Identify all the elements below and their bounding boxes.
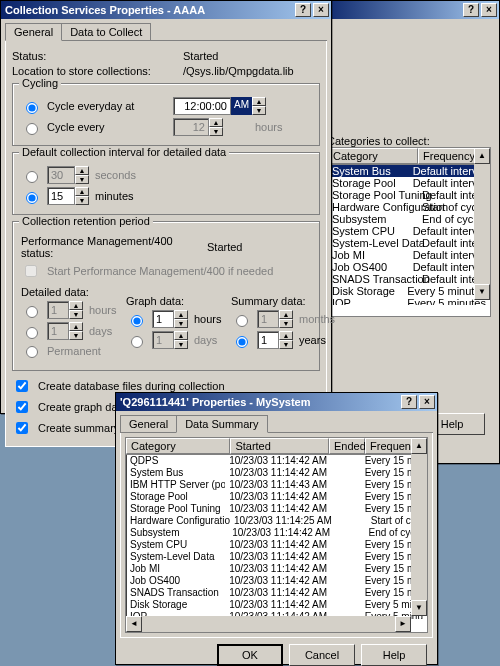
table-row[interactable]: Disk Storage10/23/03 11:14:42 AMEvery 5 … xyxy=(126,599,427,611)
list-item[interactable]: SNADS TransactionDefault interval xyxy=(328,273,490,285)
spin-up-icon[interactable]: ▲ xyxy=(75,166,89,175)
table-row[interactable]: QDPS10/23/03 11:14:42 AMEvery 15 min xyxy=(126,455,427,467)
spin-down-icon[interactable]: ▼ xyxy=(279,319,293,328)
list-item[interactable]: Job OS400Default interval xyxy=(328,261,490,273)
spin-down-icon[interactable]: ▼ xyxy=(279,340,293,349)
help-button[interactable]: Help xyxy=(361,644,427,666)
spin-up-icon[interactable]: ▲ xyxy=(209,118,223,127)
table-row[interactable]: System CPU10/23/03 11:14:42 AMEvery 15 m… xyxy=(126,539,427,551)
spin-up-icon[interactable]: ▲ xyxy=(69,301,83,310)
spin-down-icon[interactable]: ▼ xyxy=(174,319,188,328)
list-item[interactable]: System CPUDefault interval xyxy=(328,225,490,237)
table-row[interactable]: Subsystem10/23/03 11:14:42 AMEnd of cycl… xyxy=(126,527,427,539)
spin-up-icon[interactable]: ▲ xyxy=(69,322,83,331)
list-item[interactable]: System-Level DataDefault interval xyxy=(328,237,490,249)
spin-up-icon[interactable]: ▲ xyxy=(174,331,188,340)
table-row[interactable]: Job MI10/23/03 11:14:42 AMEvery 15 min xyxy=(126,563,427,575)
table-row[interactable]: SNADS Transaction10/23/03 11:14:42 AMEve… xyxy=(126,587,427,599)
scrollbar-vertical[interactable]: ▲ ▼ xyxy=(474,148,490,300)
tab-general[interactable]: General xyxy=(120,415,177,432)
list-item[interactable]: Storage Pool TuningDefault interval xyxy=(328,189,490,201)
tab-general[interactable]: General xyxy=(5,23,62,41)
tab-data-summary[interactable]: Data Summary xyxy=(176,415,267,433)
col-started[interactable]: Started xyxy=(230,438,329,454)
list-item[interactable]: SubsystemEnd of cycle xyxy=(328,213,490,225)
tab-data-to-collect[interactable]: Data to Collect xyxy=(61,23,151,40)
spin-down-icon[interactable]: ▼ xyxy=(174,340,188,349)
spin-up-icon[interactable]: ▲ xyxy=(174,310,188,319)
scroll-up-icon[interactable]: ▲ xyxy=(411,438,427,454)
detailed-permanent-radio[interactable] xyxy=(26,346,38,358)
table-row[interactable]: IBM HTTP Server (pow...10/23/03 11:14:43… xyxy=(126,479,427,491)
scroll-up-icon[interactable]: ▲ xyxy=(474,148,490,164)
location-value: /Qsys.lib/Qmpgdata.lib xyxy=(183,65,294,77)
list-item[interactable]: Storage PoolDefault interval xyxy=(328,177,490,189)
pm-start-checkbox[interactable] xyxy=(25,265,37,277)
interval-sec-radio[interactable] xyxy=(26,171,38,183)
table-row[interactable]: Storage Pool Tuning10/23/03 11:14:42 AME… xyxy=(126,503,427,515)
summary-data-label: Summary data: xyxy=(231,295,326,307)
col-category[interactable]: Category xyxy=(328,148,418,164)
back-titlebar[interactable]: ? × xyxy=(319,1,499,19)
col-ended[interactable]: Ended xyxy=(329,438,365,454)
status-value: Started xyxy=(183,50,218,62)
col-category[interactable]: Category xyxy=(126,438,230,454)
table-row[interactable]: Storage Pool10/23/03 11:14:42 AMEvery 15… xyxy=(126,491,427,503)
graph-days-radio[interactable] xyxy=(131,336,143,348)
scrollbar-vertical[interactable]: ▲ ▼ xyxy=(411,438,427,616)
help-icon[interactable]: ? xyxy=(295,3,311,17)
location-label: Location to store collections: xyxy=(12,65,177,77)
summary-years-radio[interactable] xyxy=(236,336,248,348)
categories-list[interactable]: Category Frequency System BusDefault int… xyxy=(327,147,491,317)
spin-up-icon[interactable]: ▲ xyxy=(252,97,266,106)
scroll-left-icon[interactable]: ◄ xyxy=(126,616,142,632)
table-row[interactable]: System Bus10/23/03 11:14:42 AMEvery 15 m… xyxy=(126,467,427,479)
graph-hours-input[interactable] xyxy=(152,310,174,328)
spin-up-icon[interactable]: ▲ xyxy=(279,310,293,319)
front-titlebar[interactable]: 'Q296111441' Properties - MySystem ? × xyxy=(116,393,437,411)
create-graph-checkbox[interactable] xyxy=(16,401,28,413)
scrollbar-horizontal[interactable]: ◄ ► xyxy=(126,616,411,632)
list-item[interactable]: IOPEvery 5 minutes xyxy=(328,297,490,305)
detailed-days-radio[interactable] xyxy=(26,327,38,339)
table-row[interactable]: System-Level Data10/23/03 11:14:42 AMEve… xyxy=(126,551,427,563)
summary-months-radio[interactable] xyxy=(236,315,248,327)
list-item[interactable]: Job MIDefault interval xyxy=(328,249,490,261)
list-item[interactable]: Hardware ConfigurationStart of cycle xyxy=(328,201,490,213)
summary-years-input[interactable] xyxy=(257,331,279,349)
cancel-button[interactable]: Cancel xyxy=(289,644,355,666)
interval-min-radio[interactable] xyxy=(26,192,38,204)
help-icon[interactable]: ? xyxy=(401,395,417,409)
help-icon[interactable]: ? xyxy=(463,3,479,17)
cycle-everyday-radio[interactable] xyxy=(26,102,38,114)
spin-down-icon[interactable]: ▼ xyxy=(75,175,89,184)
spin-down-icon[interactable]: ▼ xyxy=(75,196,89,205)
ampm-label: AM xyxy=(231,97,252,115)
close-icon[interactable]: × xyxy=(481,3,497,17)
cycle-every-radio[interactable] xyxy=(26,123,38,135)
table-row[interactable]: Job OS40010/23/03 11:14:42 AMEvery 15 mi… xyxy=(126,575,427,587)
scroll-right-icon[interactable]: ► xyxy=(395,616,411,632)
close-icon[interactable]: × xyxy=(419,395,435,409)
list-item[interactable]: System BusDefault interval xyxy=(328,165,490,177)
scroll-down-icon[interactable]: ▼ xyxy=(411,600,427,616)
scroll-down-icon[interactable]: ▼ xyxy=(474,284,490,300)
spin-down-icon[interactable]: ▼ xyxy=(69,331,83,340)
detailed-hours-radio[interactable] xyxy=(26,306,38,318)
cycle-time-input[interactable] xyxy=(173,97,231,115)
spin-up-icon[interactable]: ▲ xyxy=(75,187,89,196)
create-db-checkbox[interactable] xyxy=(16,380,28,392)
spin-down-icon[interactable]: ▼ xyxy=(252,106,266,115)
close-icon[interactable]: × xyxy=(313,3,329,17)
list-item[interactable]: Disk StorageEvery 5 minutes xyxy=(328,285,490,297)
main-titlebar[interactable]: Collection Services Properties - AAAA ? … xyxy=(1,1,331,19)
summary-list[interactable]: Category Started Ended Frequency QDPS10/… xyxy=(125,437,428,633)
spin-down-icon[interactable]: ▼ xyxy=(69,310,83,319)
spin-down-icon[interactable]: ▼ xyxy=(209,127,223,136)
graph-hours-radio[interactable] xyxy=(131,315,143,327)
ok-button[interactable]: OK xyxy=(217,644,283,666)
create-summary-checkbox[interactable] xyxy=(16,422,28,434)
table-row[interactable]: Hardware Configuration10/23/03 11:14:25 … xyxy=(126,515,427,527)
spin-up-icon[interactable]: ▲ xyxy=(279,331,293,340)
interval-min-input[interactable] xyxy=(47,187,75,205)
